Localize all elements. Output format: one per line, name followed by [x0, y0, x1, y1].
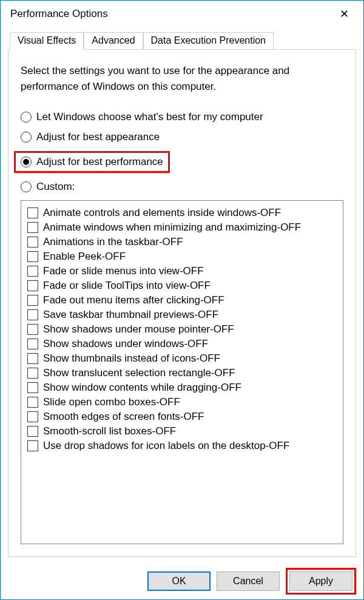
checkbox-row[interactable]: Smooth-scroll list boxes-OFF: [27, 424, 337, 439]
tab-dep[interactable]: Data Execution Prevention: [143, 32, 274, 49]
tabs-row: Visual Effects Advanced Data Execution P…: [10, 32, 356, 49]
checkbox-label: Animate controls and elements inside win…: [43, 207, 281, 219]
apply-button[interactable]: Apply: [289, 571, 352, 591]
tab-panel-visual-effects: Select the settings you want to use for …: [8, 49, 356, 557]
checkbox-label: Animations in the taskbar-OFF: [43, 236, 183, 248]
checkbox-row[interactable]: Show thumbnails instead of icons-OFF: [27, 351, 337, 366]
radio-label: Custom:: [36, 181, 75, 193]
checkbox-icon: [27, 426, 38, 437]
radio-label: Adjust for best performance: [36, 156, 163, 168]
checkbox-label: Show window contents while dragging-OFF: [43, 382, 241, 394]
checkbox-icon: [27, 440, 38, 451]
checkbox-label: Use drop shadows for icon labels on the …: [43, 440, 289, 452]
tab-advanced[interactable]: Advanced: [84, 32, 143, 49]
checkbox-row[interactable]: Animations in the taskbar-OFF: [27, 235, 337, 249]
checkbox-row[interactable]: Enable Peek-OFF: [27, 249, 337, 264]
radio-let-windows-choose[interactable]: Let Windows choose what's best for my co…: [21, 111, 343, 123]
checkbox-icon: [27, 295, 38, 306]
window-title: Performance Options: [8, 8, 332, 20]
checkbox-label: Animate windows when minimizing and maxi…: [43, 221, 301, 234]
checkbox-label: Smooth-scroll list boxes-OFF: [43, 425, 176, 437]
radio-icon: [21, 157, 32, 167]
checkbox-icon: [27, 353, 38, 364]
checkbox-label: Enable Peek-OFF: [43, 251, 126, 263]
checkbox-icon: [27, 411, 38, 422]
checkbox-list[interactable]: Animate controls and elements inside win…: [21, 200, 343, 544]
radio-icon: [21, 132, 32, 143]
checkbox-label: Slide open combo boxes-OFF: [43, 396, 180, 408]
checkbox-label: Fade or slide ToolTips into view-OFF: [43, 280, 211, 292]
checkbox-row[interactable]: Show shadows under mouse pointer-OFF: [27, 322, 337, 337]
checkbox-row[interactable]: Show translucent selection rectangle-OFF: [27, 366, 337, 380]
radio-best-appearance[interactable]: Adjust for best appearance: [21, 131, 343, 143]
checkbox-icon: [27, 207, 38, 218]
checkbox-row[interactable]: Smooth edges of screen fonts-OFF: [27, 410, 337, 424]
checkbox-icon: [27, 222, 38, 233]
radio-icon: [21, 181, 32, 192]
checkbox-icon: [27, 266, 38, 277]
radio-custom[interactable]: Custom:: [21, 181, 343, 193]
checkbox-icon: [27, 382, 38, 393]
radio-icon: [21, 112, 32, 123]
checkbox-label: Fade out menu items after clicking-OFF: [43, 294, 224, 306]
checkbox-row[interactable]: Fade out menu items after clicking-OFF: [27, 293, 337, 308]
checkbox-row[interactable]: Animate windows when minimizing and maxi…: [27, 220, 337, 235]
checkbox-label: Fade or slide menus into view-OFF: [43, 265, 204, 277]
checkbox-row[interactable]: Fade or slide ToolTips into view-OFF: [27, 278, 337, 293]
cancel-button[interactable]: Cancel: [217, 571, 280, 591]
checkbox-label: Smooth edges of screen fonts-OFF: [43, 411, 204, 423]
titlebar: Performance Options ✕: [1, 1, 363, 27]
checkbox-icon: [27, 339, 38, 349]
description-text: Select the settings you want to use for …: [21, 63, 343, 94]
checkbox-icon: [27, 309, 38, 320]
checkbox-icon: [27, 324, 38, 335]
radio-best-performance[interactable]: Adjust for best performance: [14, 151, 170, 173]
content-area: Visual Effects Advanced Data Execution P…: [1, 27, 363, 564]
checkbox-icon: [27, 251, 38, 262]
radio-group: Let Windows choose what's best for my co…: [21, 111, 343, 193]
close-icon[interactable]: ✕: [332, 2, 356, 26]
checkbox-row[interactable]: Show shadows under windows-OFF: [27, 337, 337, 351]
checkbox-row[interactable]: Slide open combo boxes-OFF: [27, 395, 337, 410]
checkbox-icon: [27, 397, 38, 408]
checkbox-row[interactable]: Fade or slide menus into view-OFF: [27, 264, 337, 278]
checkbox-label: Show thumbnails instead of icons-OFF: [43, 352, 220, 365]
checkbox-row[interactable]: Use drop shadows for icon labels on the …: [27, 439, 337, 453]
ok-button[interactable]: OK: [147, 571, 211, 591]
tab-visual-effects[interactable]: Visual Effects: [10, 32, 84, 50]
checkbox-row[interactable]: Save taskbar thumbnail previews-OFF: [27, 308, 337, 322]
checkbox-label: Show shadows under mouse pointer-OFF: [43, 323, 234, 335]
checkbox-label: Show translucent selection rectangle-OFF: [43, 367, 235, 379]
checkbox-label: Show shadows under windows-OFF: [43, 338, 208, 350]
checkbox-row[interactable]: Show window contents while dragging-OFF: [27, 380, 337, 395]
checkbox-row[interactable]: Animate controls and elements inside win…: [27, 206, 337, 220]
checkbox-icon: [27, 368, 38, 379]
radio-label: Adjust for best appearance: [36, 131, 160, 143]
radio-label: Let Windows choose what's best for my co…: [36, 111, 263, 123]
checkbox-icon: [27, 280, 38, 291]
checkbox-icon: [27, 237, 38, 248]
button-row: OK Cancel Apply: [1, 564, 363, 599]
checkbox-label: Save taskbar thumbnail previews-OFF: [43, 309, 218, 321]
performance-options-dialog: Performance Options ✕ Visual Effects Adv…: [0, 0, 364, 600]
